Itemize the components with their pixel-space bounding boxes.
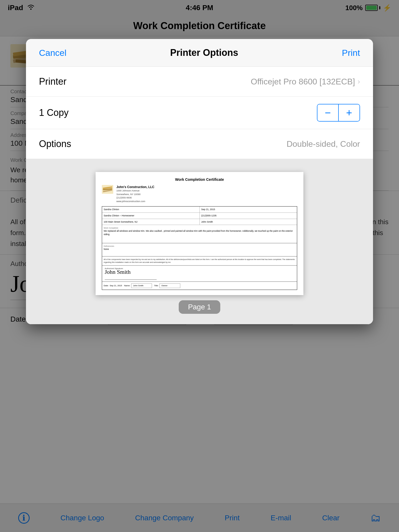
copies-label: 1 Copy: [39, 107, 69, 118]
mini-date: Sep 21, 2015: [201, 208, 296, 211]
mini-def-value: None: [104, 248, 295, 251]
decrement-button[interactable]: −: [317, 104, 338, 121]
mini-sig-area: Authorized Signature: John Smith: [102, 266, 297, 282]
printer-label: Printer: [39, 76, 66, 87]
mini-phone: (212)555-1235: [201, 214, 296, 217]
mini-footer-title: Owner: [159, 283, 180, 288]
mini-role: Sandra Clinton – Homeowner: [104, 214, 198, 217]
mini-work-area: Work Completed We replaced all windows a…: [102, 225, 297, 243]
printer-options-modal: Cancel Printer Options Print Printer Off…: [26, 39, 373, 324]
preview-area: Work Completion Certificate John's Const…: [26, 159, 373, 324]
mini-doc-title: Work Completion Certificate: [102, 177, 297, 182]
copies-stepper: − +: [317, 104, 360, 122]
modal-title: Printer Options: [170, 47, 238, 58]
copies-row: 1 Copy − +: [26, 97, 373, 129]
print-button[interactable]: Print: [342, 48, 360, 58]
page-label: Page 1: [179, 300, 221, 314]
mini-phone-cell: (212)555-1235: [200, 213, 297, 219]
mini-footer-name: John Smith: [131, 283, 152, 288]
mini-contact-name: Sandra Clinton: [104, 208, 198, 211]
increment-button[interactable]: +: [339, 104, 360, 121]
mini-footer-date: Sep 21, 2015: [110, 284, 122, 287]
mini-company-website: www.johnsconstruction.com: [116, 200, 154, 203]
modal-body: Printer Officejet Pro 8600 [132ECB] › 1 …: [26, 67, 373, 324]
mini-header: John's Construction, LLC 1000 Johnson Av…: [102, 185, 297, 203]
mini-company-name: John's Construction, LLC: [116, 185, 154, 189]
mini-table: Sandra Clinton Sep 21, 2015 Sandra Clint…: [102, 206, 297, 290]
options-label: Options: [39, 138, 71, 149]
mini-date-cell: Sep 21, 2015: [200, 207, 297, 212]
options-value: Double-sided, Color: [287, 139, 360, 149]
mini-worker: John Smith: [201, 220, 296, 224]
preview-paper: Work Completion Certificate John's Const…: [96, 172, 303, 295]
mini-footer: Date: Sep 21, 2015 Name: John Smith Titl…: [102, 282, 297, 289]
mini-address-cell: 100 Main Street Somewhere, NJ: [102, 219, 200, 225]
mini-company-address: 1000 Johnson Avenue: [116, 189, 154, 193]
mini-company-phone: (212)555-9936: [116, 196, 154, 200]
modal-header: Cancel Printer Options Print: [26, 39, 373, 67]
mini-work-text: We replaced all windows and window trim.…: [104, 229, 295, 236]
mini-deficiencies: Deficiencies None: [102, 243, 297, 256]
mini-document: Work Completion Certificate John's Const…: [96, 172, 303, 295]
printer-chevron-icon: ›: [358, 77, 360, 86]
mini-sig-text: John Smith: [105, 268, 294, 276]
mini-disclaimer: All of the components have been inspecte…: [102, 257, 297, 265]
mini-company-city: Somewhere, NY 10090: [116, 193, 154, 196]
printer-row[interactable]: Printer Officejet Pro 8600 [132ECB] ›: [26, 67, 373, 97]
options-row[interactable]: Options Double-sided, Color: [26, 129, 373, 159]
printer-value: Officejet Pro 8600 [132ECB] ›: [251, 77, 360, 87]
mini-worker-cell: John Smith: [200, 219, 297, 225]
mini-role-cell: Sandra Clinton – Homeowner: [102, 213, 200, 219]
cancel-button[interactable]: Cancel: [39, 48, 66, 58]
mini-address: 100 Main Street Somewhere, NJ: [104, 220, 198, 224]
mini-contact-cell: Sandra Clinton: [102, 207, 200, 212]
